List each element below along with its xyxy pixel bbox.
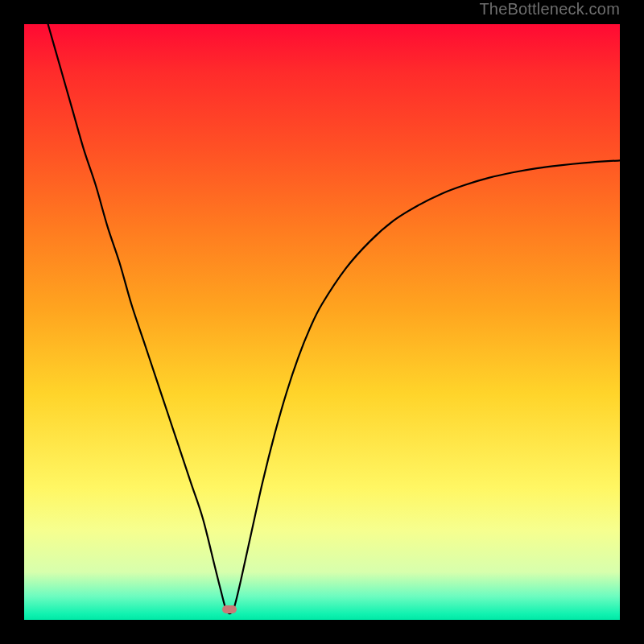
chart-frame: TheBottleneck.com: [0, 0, 644, 644]
bottleneck-curve: [24, 24, 620, 620]
plot-area: [24, 24, 620, 620]
curve-minimum-marker: [222, 605, 237, 613]
watermark-text: TheBottleneck.com: [479, 0, 620, 19]
